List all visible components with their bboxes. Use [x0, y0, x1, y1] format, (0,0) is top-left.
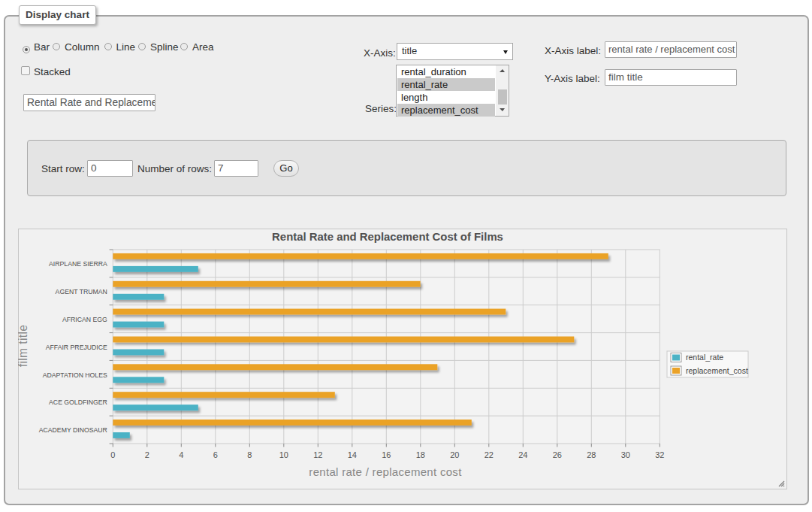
svg-text:AGENT TRUMAN: AGENT TRUMAN	[56, 288, 107, 295]
svg-text:ADAPTATION HOLES: ADAPTATION HOLES	[43, 371, 107, 379]
svg-text:16: 16	[382, 450, 391, 459]
svg-text:14: 14	[348, 450, 357, 459]
svg-text:AFRICAN EGG: AFRICAN EGG	[62, 316, 107, 323]
svg-text:replacement_cost: replacement_cost	[686, 366, 748, 375]
svg-text:26: 26	[553, 450, 562, 459]
svg-text:AIRPLANE SIERRA: AIRPLANE SIERRA	[49, 260, 107, 268]
svg-text:10: 10	[279, 450, 288, 459]
svg-text:30: 30	[621, 450, 630, 459]
svg-text:4: 4	[179, 450, 183, 459]
svg-text:24: 24	[518, 450, 527, 459]
svg-text:0: 0	[110, 450, 115, 459]
svg-text:Rental Rate and Replacement Co: Rental Rate and Replacement Cost of Film…	[272, 231, 503, 243]
svg-text:ACE GOLDFINGER: ACE GOLDFINGER	[49, 398, 107, 406]
svg-text:28: 28	[587, 450, 596, 459]
svg-text:18: 18	[416, 450, 425, 459]
svg-text:22: 22	[484, 450, 494, 459]
svg-text:AFFAIR PREJUDICE: AFFAIR PREJUDICE	[46, 344, 107, 351]
svg-text:6: 6	[213, 450, 218, 459]
svg-text:2: 2	[145, 450, 149, 459]
svg-text:ACADEMY DINOSAUR: ACADEMY DINOSAUR	[39, 426, 107, 434]
svg-text:rental_rate: rental_rate	[686, 353, 723, 362]
svg-text:film title: film title	[18, 325, 29, 368]
svg-text:8: 8	[247, 450, 252, 459]
svg-text:12: 12	[313, 450, 322, 459]
svg-text:20: 20	[450, 450, 459, 459]
svg-text:32: 32	[655, 450, 664, 459]
svg-text:rental rate / replacement cost: rental rate / replacement cost	[309, 465, 462, 478]
